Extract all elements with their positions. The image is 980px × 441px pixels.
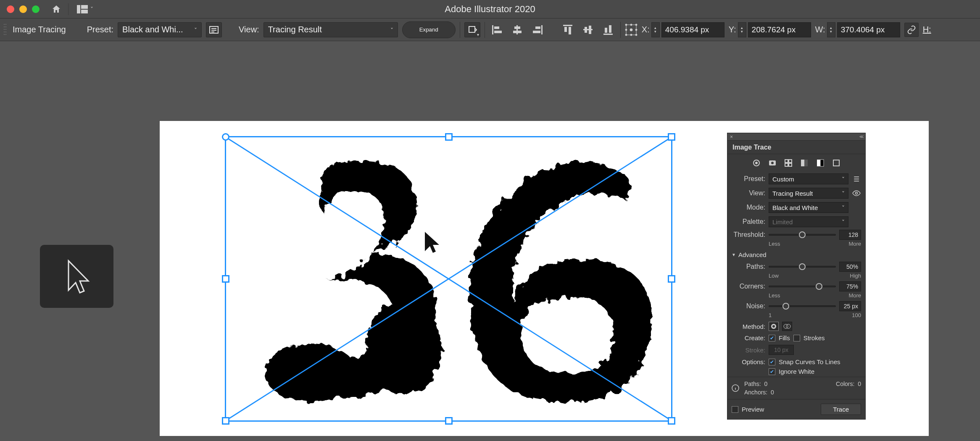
svg-rect-51 [820, 160, 824, 166]
align-horizontal-group [489, 22, 545, 37]
grip-icon [3, 23, 7, 37]
align-top-button[interactable] [560, 22, 576, 37]
panel-titlebar[interactable]: × << [727, 133, 865, 141]
svg-rect-12 [514, 26, 520, 29]
svg-rect-13 [513, 31, 522, 33]
corners-label: Corners: [732, 283, 765, 290]
grayscale-icon[interactable] [800, 158, 809, 168]
method-overlapping-button[interactable] [782, 322, 792, 331]
trace-button[interactable]: Trace [821, 404, 861, 415]
svg-rect-2 [81, 10, 88, 13]
preset-menu-button[interactable]: ☰ [852, 175, 861, 183]
snap-curves-checkbox[interactable] [769, 359, 775, 365]
method-abutting-button[interactable] [769, 322, 779, 331]
svg-line-38 [226, 137, 671, 420]
resize-handle[interactable] [445, 417, 453, 425]
fills-checkbox[interactable] [769, 335, 775, 341]
palette-select: Limited [769, 216, 848, 227]
corners-value[interactable]: 75% [839, 281, 861, 291]
tracing-options-button[interactable] [206, 22, 222, 37]
low-color-icon[interactable] [784, 158, 793, 168]
align-middle-button[interactable] [580, 22, 596, 37]
expand-button[interactable]: Expand [402, 21, 456, 38]
align-bottom-button[interactable] [600, 22, 616, 37]
x-value[interactable]: 406.9384 px [661, 22, 724, 37]
zoom-window-button[interactable] [32, 5, 40, 13]
stroke-label: Stroke: [732, 346, 765, 354]
minimize-window-button[interactable] [19, 5, 27, 13]
x-stepper[interactable]: ▴▾ [651, 22, 660, 37]
mode-select[interactable]: Black and White [769, 202, 848, 213]
y-stepper[interactable]: ▴▾ [738, 22, 746, 37]
home-button[interactable] [50, 4, 62, 14]
w-stepper[interactable]: ▴▾ [827, 22, 835, 37]
threshold-slider[interactable] [769, 234, 836, 236]
constrain-proportions-button[interactable] [904, 23, 919, 37]
svg-point-31 [630, 29, 632, 31]
section-label: Image Tracing [13, 25, 66, 34]
preset-dropdown[interactable]: Black and Whi... [118, 22, 202, 37]
svg-point-32 [635, 29, 637, 31]
resize-handle[interactable] [222, 133, 229, 141]
eye-icon[interactable] [852, 190, 861, 196]
threshold-label: Threshold: [732, 231, 765, 239]
selection-bounding-box[interactable] [225, 136, 672, 422]
y-value[interactable]: 208.7624 px [748, 22, 811, 37]
noise-slider[interactable] [769, 305, 836, 307]
close-icon[interactable]: × [730, 134, 733, 140]
preset-label: Preset: [732, 175, 765, 183]
panel-tab[interactable]: Image Trace [727, 141, 865, 154]
svg-point-33 [625, 34, 627, 36]
preview-checkbox[interactable] [732, 406, 738, 413]
preset-label: Preset: [87, 25, 113, 34]
strokes-checkbox[interactable] [793, 335, 800, 341]
tool-indicator [40, 245, 113, 308]
corners-slider[interactable] [769, 286, 836, 287]
view-select[interactable]: Tracing Result [769, 188, 848, 199]
close-window-button[interactable] [7, 5, 14, 13]
svg-rect-14 [541, 25, 543, 34]
preset-select[interactable]: Custom [769, 173, 848, 184]
svg-rect-49 [804, 160, 808, 166]
resize-handle[interactable] [668, 133, 675, 141]
threshold-value[interactable]: 128 [839, 230, 861, 240]
workspace: × << Image Trace Preset: Custom ☰ View: … [0, 41, 980, 441]
high-color-icon[interactable] [768, 158, 777, 168]
align-center-button[interactable] [509, 22, 525, 37]
svg-rect-7 [469, 26, 475, 32]
h-label: H: [923, 25, 931, 34]
align-right-button[interactable] [530, 22, 545, 37]
resize-handle[interactable] [222, 275, 229, 283]
options-label: Options: [732, 358, 765, 365]
view-dropdown[interactable]: Tracing Result [263, 22, 398, 37]
advanced-toggle[interactable]: Advanced [727, 249, 865, 261]
app-title: Adobe Illustrator 2020 [445, 4, 535, 15]
svg-point-43 [771, 162, 774, 164]
ignore-white-checkbox[interactable] [769, 368, 775, 375]
w-value[interactable]: 370.4064 px [837, 22, 900, 37]
collapse-icon[interactable]: << [859, 134, 863, 139]
w-label: W: [815, 25, 825, 34]
svg-point-56 [784, 324, 788, 328]
align-left-button[interactable] [489, 22, 505, 37]
resize-handle[interactable] [222, 417, 229, 425]
outline-icon[interactable] [832, 158, 841, 168]
paths-value[interactable]: 50% [839, 262, 861, 272]
svg-rect-24 [605, 28, 607, 33]
crop-image-button[interactable]: ▾ [464, 22, 480, 37]
create-label: Create: [732, 334, 765, 341]
auto-color-icon[interactable] [752, 158, 761, 168]
svg-rect-21 [585, 27, 587, 33]
chevron-down-icon [194, 25, 197, 34]
reference-point-selector[interactable] [625, 24, 638, 36]
resize-handle[interactable] [445, 133, 453, 141]
resize-handle[interactable] [668, 417, 675, 425]
svg-rect-10 [494, 31, 502, 33]
window-controls [7, 5, 40, 13]
workspace-switcher[interactable] [74, 3, 96, 15]
resize-handle[interactable] [668, 275, 675, 283]
paths-slider[interactable] [769, 266, 836, 268]
noise-value[interactable]: 25 px [839, 301, 861, 311]
black-white-icon[interactable] [816, 158, 825, 168]
svg-rect-44 [785, 160, 788, 163]
